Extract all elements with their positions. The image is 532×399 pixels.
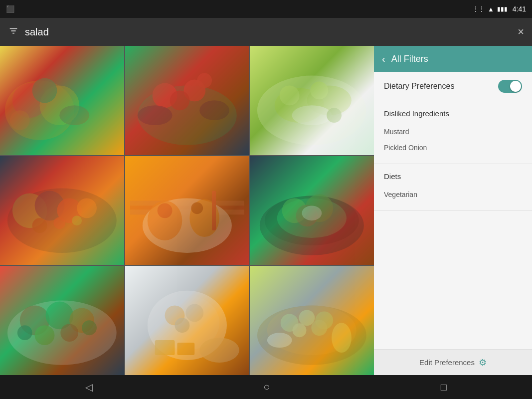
status-bar: ⬛ ⋮⋮ ▲ ▮▮▮ 4:41: [0, 0, 532, 18]
svg-point-10: [138, 105, 173, 125]
svg-point-67: [267, 333, 292, 348]
svg-point-43: [302, 205, 322, 220]
svg-point-9: [170, 90, 189, 110]
edit-preferences-footer[interactable]: Edit Preferences ⚙: [374, 349, 532, 375]
svg-point-51: [82, 321, 97, 336]
battery-icon: ▮▮▮: [497, 5, 508, 12]
svg-point-19: [327, 108, 342, 123]
svg-point-55: [185, 304, 203, 322]
svg-point-26: [53, 217, 65, 229]
disliked-ingredients-title: Disliked Ingredients: [384, 109, 522, 118]
svg-point-18: [292, 105, 332, 125]
svg-point-56: [175, 318, 189, 333]
svg-point-27: [72, 215, 82, 225]
close-button[interactable]: ×: [518, 25, 524, 38]
grid-item-2[interactable]: [125, 46, 249, 155]
back-arrow-icon[interactable]: ‹: [382, 53, 385, 65]
svg-point-66: [312, 320, 328, 336]
svg-point-34: [157, 203, 172, 218]
edit-preferences-label: Edit Preferences: [419, 358, 475, 367]
grid-item-1[interactable]: [0, 46, 124, 155]
svg-point-5: [10, 110, 30, 130]
filter-icon: [8, 25, 19, 39]
food-grid: [0, 46, 374, 375]
svg-point-25: [32, 218, 47, 233]
svg-point-50: [17, 326, 32, 341]
disliked-item-pickled-onion: Pickled Onion: [384, 140, 522, 156]
filter-panel: ‹ All Filters Dietary Preferences Dislik…: [374, 46, 532, 375]
disliked-item-mustard: Mustard: [384, 124, 522, 140]
filter-header: ‹ All Filters: [374, 46, 532, 72]
svg-point-11: [199, 100, 229, 120]
gear-icon: ⚙: [479, 357, 487, 368]
grid-item-4[interactable]: [0, 156, 124, 265]
svg-rect-57: [155, 340, 175, 355]
svg-point-4: [59, 105, 89, 125]
status-left: ⬛: [6, 5, 14, 13]
dietary-preferences-section: Dietary Preferences: [374, 72, 532, 101]
status-right: ⋮⋮ ▲ ▮▮▮ 4:41: [473, 5, 526, 13]
dietary-preferences-toggle[interactable]: [498, 80, 522, 93]
diets-title: Diets: [384, 172, 522, 181]
svg-point-48: [35, 326, 55, 346]
vibrate-icon: ⋮⋮: [473, 5, 485, 12]
dietary-preferences-label: Dietary Preferences: [384, 82, 454, 91]
grid-item-6[interactable]: [250, 156, 374, 265]
svg-point-68: [332, 323, 352, 353]
svg-point-12: [197, 73, 212, 88]
svg-rect-58: [177, 343, 194, 355]
grid-item-7[interactable]: [0, 266, 124, 375]
svg-point-24: [77, 198, 97, 218]
svg-point-49: [60, 324, 78, 342]
screenshot-icon: ⬛: [6, 5, 14, 13]
wifi-icon: ▲: [488, 5, 494, 13]
recent-nav-button[interactable]: □: [441, 382, 447, 393]
grid-item-8[interactable]: [125, 266, 249, 375]
home-nav-button[interactable]: ○: [263, 381, 270, 394]
time-display: 4:41: [513, 5, 526, 13]
svg-point-3: [32, 78, 57, 103]
diets-section: Diets Vegetarian: [374, 164, 532, 211]
disliked-ingredients-section: Disliked Ingredients Mustard Pickled Oni…: [374, 101, 532, 164]
grid-item-3[interactable]: [250, 46, 374, 155]
svg-point-63: [299, 310, 315, 326]
search-query: salad: [25, 26, 512, 38]
svg-point-65: [293, 324, 307, 338]
bottom-navigation: ◁ ○ □: [0, 375, 532, 399]
dietary-preferences-row: Dietary Preferences: [384, 80, 522, 93]
grid-item-5[interactable]: [125, 156, 249, 265]
svg-point-16: [280, 85, 300, 105]
filter-panel-title: All Filters: [391, 54, 428, 64]
main-content: ‹ All Filters Dietary Preferences Dislik…: [0, 46, 532, 375]
search-bar: salad ×: [0, 18, 532, 46]
back-nav-button[interactable]: ◁: [85, 381, 93, 393]
svg-point-17: [311, 82, 329, 100]
diet-item-vegetarian: Vegetarian: [384, 187, 522, 202]
grid-item-9[interactable]: [250, 266, 374, 375]
svg-point-59: [199, 338, 239, 363]
svg-rect-36: [212, 191, 216, 230]
filter-content: Dietary Preferences Disliked Ingredients…: [374, 72, 532, 349]
svg-point-35: [191, 202, 203, 214]
toggle-knob: [510, 81, 521, 92]
